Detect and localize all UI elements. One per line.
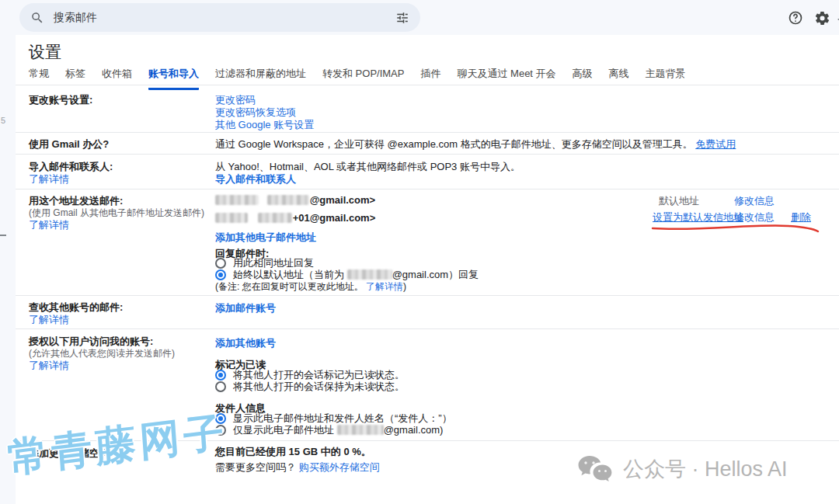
row-divider: [16, 189, 839, 189]
redacted-email-name: [347, 269, 392, 280]
redacted-email-name: [258, 213, 292, 223]
import-mail-contacts-link[interactable]: 导入邮件和联系人: [215, 173, 296, 185]
change-password-recovery-link[interactable]: 更改密码恢复选项: [215, 106, 296, 118]
search-input[interactable]: 搜索邮件: [19, 3, 420, 32]
storage-more-text: 需要更多空间吗？ 购买额外存储空间: [215, 461, 380, 474]
check-mail-learn-more-link[interactable]: 了解详情: [29, 314, 69, 325]
tab-offline[interactable]: 离线: [609, 67, 629, 90]
tab-forwarding-pop-imap[interactable]: 转发和 POP/IMAP: [322, 67, 404, 90]
tabs-divider: [16, 85, 839, 85]
add-another-account-link[interactable]: 添加其他账号: [215, 337, 276, 349]
row-divider: [16, 328, 839, 329]
change-account-label: 更改账号设置:: [29, 93, 92, 107]
gmail-work-label: 使用 Gmail 办公?: [29, 137, 109, 151]
top-bar: 搜索邮件: [0, 0, 839, 35]
default-address-badge: 默认地址: [659, 194, 699, 208]
gear-icon[interactable]: [813, 9, 831, 27]
add-email-address-link[interactable]: 添加其他电子邮件地址: [215, 231, 316, 243]
tab-inbox[interactable]: 收件箱: [102, 67, 132, 90]
gmail-settings-screen: 搜索邮件 5 设置 常规 标签 收件箱 账号和导入 过滤器和屏蔽的地址 转发和 …: [0, 0, 839, 504]
tab-addons[interactable]: 插件: [420, 67, 440, 90]
redacted-email-name: [215, 213, 248, 223]
reply-note-learn-more-link[interactable]: 了解详情: [366, 281, 403, 292]
redacted-email-name: [215, 195, 259, 205]
other-google-settings-link[interactable]: 其他 Google 账号设置: [215, 119, 314, 130]
make-default-link[interactable]: 设置为默认发信地址: [653, 211, 743, 223]
buy-storage-link[interactable]: 购买额外存储空间: [299, 461, 380, 473]
free-trial-link[interactable]: 免费试用: [695, 138, 736, 150]
send-as-address-1: @gmail.com>: [215, 194, 375, 206]
row-divider: [16, 132, 839, 133]
change-password-link[interactable]: 更改密码: [215, 94, 256, 106]
sender-address-only-option[interactable]: 仅显示此电子邮件地址 @gmail.com): [215, 423, 443, 437]
add-mail-account-link[interactable]: 添加邮件账号: [215, 302, 276, 314]
import-learn-more-link[interactable]: 了解详情: [29, 173, 69, 185]
tab-chat-meet[interactable]: 聊天及通过 Meet 开会: [457, 67, 555, 90]
storage-usage-text: 您目前已经使用 15 GB 中的 0 %。: [215, 445, 371, 459]
tab-themes[interactable]: 主题背景: [646, 67, 686, 90]
radio-selected-icon[interactable]: [215, 269, 226, 280]
search-placeholder: 搜索邮件: [54, 11, 395, 25]
tab-filters-blocked[interactable]: 过滤器和屏蔽的地址: [215, 67, 306, 90]
radio-unselected-icon[interactable]: [215, 381, 226, 392]
radio-unselected-icon[interactable]: [215, 258, 226, 269]
radio-unselected-icon[interactable]: [215, 425, 226, 436]
row-divider: [16, 440, 839, 441]
page-title: 设置: [29, 41, 61, 63]
gmail-work-text: 通过 Google Workspace，企业可获得 @example.com 格…: [215, 137, 736, 151]
edit-info-link-1[interactable]: 修改信息: [734, 195, 775, 207]
redacted-email-name: [267, 195, 309, 205]
delete-link[interactable]: 删除: [791, 211, 811, 223]
edit-info-link-2[interactable]: 修改信息: [734, 211, 775, 223]
grant-access-learn-more-link[interactable]: 了解详情: [29, 360, 69, 371]
row-divider: [16, 154, 839, 155]
send-as-learn-more-link[interactable]: 了解详情: [29, 219, 69, 231]
sidebar-count-fragment: 5: [1, 116, 5, 125]
tab-labels[interactable]: 标签: [65, 67, 85, 90]
radio-selected-icon[interactable]: [215, 370, 226, 381]
help-icon[interactable]: [786, 9, 805, 27]
tab-advanced[interactable]: 高级: [573, 67, 593, 90]
row-divider: [16, 295, 839, 296]
send-as-address-2: +01@gmail.com>: [215, 212, 375, 224]
redacted-email-name: [337, 425, 384, 435]
tab-general[interactable]: 常规: [29, 67, 49, 90]
keep-unread-option[interactable]: 将其他人打开的会话保持为未读状态。: [215, 380, 405, 394]
radio-selected-icon[interactable]: [215, 413, 226, 424]
partial-edge-icon: [833, 10, 839, 29]
settings-tabs: 常规 标签 收件箱 账号和导入 过滤器和屏蔽的地址 转发和 POP/IMAP 插…: [29, 67, 686, 90]
storage-label: 添加更多存储空间:: [29, 447, 113, 461]
tab-accounts-import[interactable]: 账号和导入: [148, 67, 199, 90]
tune-icon[interactable]: [395, 11, 409, 25]
reply-note: (备注: 您在回复时可以更改此地址。 了解详情): [215, 280, 406, 294]
sidebar-dash-fragment: [0, 235, 6, 236]
collapsed-sidebar-strip: 5: [0, 35, 16, 504]
search-icon: [30, 11, 44, 25]
